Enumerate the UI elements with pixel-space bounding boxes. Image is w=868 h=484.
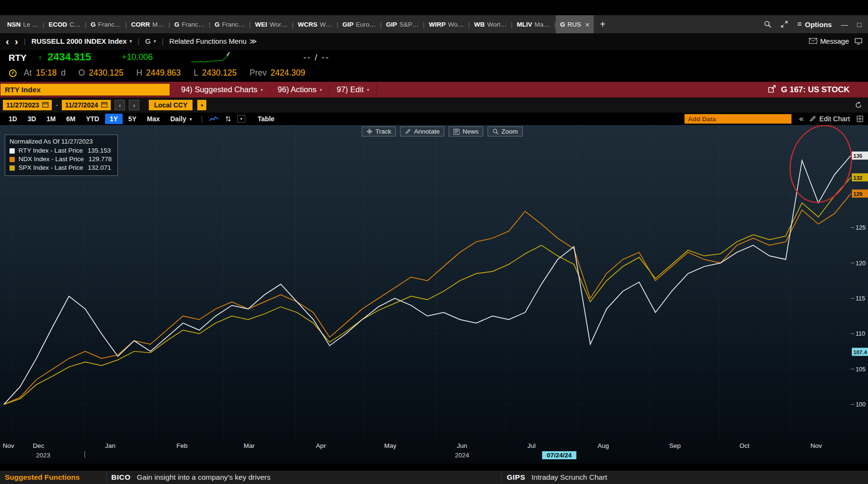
message-button[interactable]: Message xyxy=(809,37,849,45)
low-label: L xyxy=(193,68,198,78)
frequency-select[interactable]: Daily ▾ xyxy=(164,115,198,123)
new-tab-button[interactable]: + xyxy=(594,15,612,33)
message-label: Message xyxy=(820,37,849,45)
legend-value: 132.071 xyxy=(88,164,111,172)
back-button[interactable]: ‹ xyxy=(6,36,9,46)
calendar-icon[interactable] xyxy=(42,101,48,109)
add-data-input[interactable] xyxy=(685,114,791,124)
tab-g-5[interactable]: GFranc… xyxy=(211,15,250,33)
calendar-icon[interactable] xyxy=(101,101,107,109)
reset-icon[interactable] xyxy=(855,101,862,109)
related-functions-label: Related Functions Menu xyxy=(169,37,247,45)
chart-tool-annotate[interactable]: Annotate xyxy=(400,126,444,136)
tab-mliv-12[interactable]: MLIVMa… xyxy=(512,15,554,33)
footer-suggestion-gips[interactable]: GIPSIntraday Scrunch Chart xyxy=(507,473,607,482)
options-menu[interactable]: ≡ Options xyxy=(797,20,832,29)
minimize-icon[interactable]: — xyxy=(841,20,848,29)
related-functions-menu[interactable]: Related Functions Menu ≫ xyxy=(169,37,257,46)
zoom-icon xyxy=(492,128,499,135)
tab-ecod-1[interactable]: ECODC… xyxy=(44,15,85,33)
chart-tool-zoom[interactable]: Zoom xyxy=(488,126,523,136)
prev-group: Prev 2424.309 xyxy=(250,68,305,78)
x-axis-month-label: Oct xyxy=(739,442,749,449)
tab-g-4[interactable]: GFranc… xyxy=(170,15,209,33)
tab-gip-9[interactable]: GIPS&P… xyxy=(382,15,423,33)
tab-corr-3[interactable]: CORRM… xyxy=(127,15,169,33)
g-function-label: G xyxy=(145,37,151,45)
tab-wirp-10[interactable]: WIRPWo… xyxy=(424,15,468,33)
currency-dropdown-icon[interactable]: ▾ xyxy=(197,100,206,110)
screen-share-icon[interactable] xyxy=(855,38,862,45)
chevron-down-icon: ▾ xyxy=(154,39,156,44)
tab-title-label: S&P… xyxy=(399,21,419,28)
expand-icon[interactable] xyxy=(781,20,788,28)
edit-chart-button[interactable]: Edit Chart xyxy=(810,115,850,123)
double-chevron-icon: ≫ xyxy=(250,37,257,46)
maximize-icon[interactable]: □ xyxy=(857,20,861,29)
function-description: Intraday Scrunch Chart xyxy=(531,473,607,482)
command-menu-1[interactable]: 94) Suggested Charts▾ xyxy=(174,82,270,97)
series-line-rty xyxy=(4,155,851,405)
collapse-panel-icon[interactable]: « xyxy=(799,114,803,124)
tab-close-icon[interactable]: × xyxy=(585,21,589,28)
period-3d[interactable]: 3D xyxy=(23,114,41,124)
currency-select[interactable]: Local CCY xyxy=(149,100,193,110)
menu-divider xyxy=(376,85,377,95)
chart-type-dropdown-icon[interactable]: ▾ xyxy=(237,115,245,123)
tab-wcrs-7[interactable]: WCRSW… xyxy=(293,15,337,33)
chart-toolbar: TrackAnnotateNewsZoom xyxy=(362,126,523,136)
end-date-input[interactable]: 11/27/2024 xyxy=(62,100,111,110)
function-code: GIPS xyxy=(507,473,525,482)
tab-gip-8[interactable]: GIPEuro… xyxy=(338,15,380,33)
tab-wei-6[interactable]: WEIWor… xyxy=(251,15,292,33)
period-1m[interactable]: 1M xyxy=(42,114,60,124)
start-date-input[interactable]: 11/27/2023 xyxy=(3,100,52,110)
compare-sort-icon[interactable] xyxy=(225,116,231,122)
tab-nsn-0[interactable]: NSNLe … xyxy=(3,15,43,33)
period-ytd[interactable]: YTD xyxy=(81,114,104,124)
command-menu-3[interactable]: 97) Edit▾ xyxy=(329,82,376,97)
chart-tool-track[interactable]: Track xyxy=(362,126,396,136)
security-title-menu[interactable]: RUSSELL 2000 INDEX Index ▾ xyxy=(31,37,132,45)
shift-range-back-button[interactable]: ‹ xyxy=(115,100,125,110)
command-input[interactable]: RTY Index xyxy=(0,83,170,96)
table-view-button[interactable]: Table xyxy=(258,115,275,123)
legend-rows: RTY Index - Last Price135.153NDX Index -… xyxy=(10,146,112,172)
period-1d[interactable]: 1D xyxy=(4,114,22,124)
line-chart-type-icon[interactable] xyxy=(209,116,219,122)
command-menu-2[interactable]: 96) Actions▾ xyxy=(270,82,329,97)
price-chart[interactable]: 100105110115120125135132129107.4NovDecJa… xyxy=(0,125,868,464)
period-6m[interactable]: 6M xyxy=(61,114,80,124)
x-axis-month-label: May xyxy=(384,442,396,449)
tab-title-label: C… xyxy=(69,21,80,28)
footer-suggestion-bico[interactable]: BICOGain insight into a company's key dr… xyxy=(111,473,270,482)
shift-range-forward-button[interactable]: › xyxy=(129,100,139,110)
period-max[interactable]: Max xyxy=(142,114,164,124)
command-menu-label: 97) Edit xyxy=(337,85,364,94)
chart-tool-news[interactable]: News xyxy=(449,126,483,136)
g-function-menu[interactable]: G ▾ xyxy=(145,37,156,45)
intraday-sparkline xyxy=(190,51,232,65)
export-icon[interactable] xyxy=(768,85,776,95)
divider: | xyxy=(138,37,140,45)
series-line-spx xyxy=(4,177,851,404)
chart-legend: Normalized As Of 11/27/2023 RTY Index - … xyxy=(5,135,118,176)
period-5y[interactable]: 5Y xyxy=(124,114,141,124)
chevron-down-icon: ▾ xyxy=(367,87,369,92)
forward-button[interactable]: › xyxy=(15,36,18,46)
period-1y[interactable]: 1Y xyxy=(105,114,123,124)
tab-g-13[interactable]: GRUS× xyxy=(556,15,594,33)
tab-prefix-label: WIRP xyxy=(429,21,445,28)
track-icon xyxy=(366,128,373,135)
layout-grid-icon[interactable] xyxy=(857,116,863,122)
search-icon[interactable] xyxy=(764,20,772,28)
bid-ask: -- / -- xyxy=(303,52,329,63)
tab-wb-11[interactable]: WBWorl… xyxy=(470,15,511,33)
tab-prefix-label: WB xyxy=(474,21,485,28)
quote-time: 15:18 xyxy=(36,68,57,78)
legend-label: SPX Index - Last Price xyxy=(19,164,83,172)
price-chart-panel[interactable]: 100105110115120125135132129107.4NovDecJa… xyxy=(0,125,868,464)
y-axis-tick-label: 120 xyxy=(856,260,866,267)
tab-prefix-label: G xyxy=(560,21,565,28)
tab-g-2[interactable]: GFranc… xyxy=(87,15,125,33)
